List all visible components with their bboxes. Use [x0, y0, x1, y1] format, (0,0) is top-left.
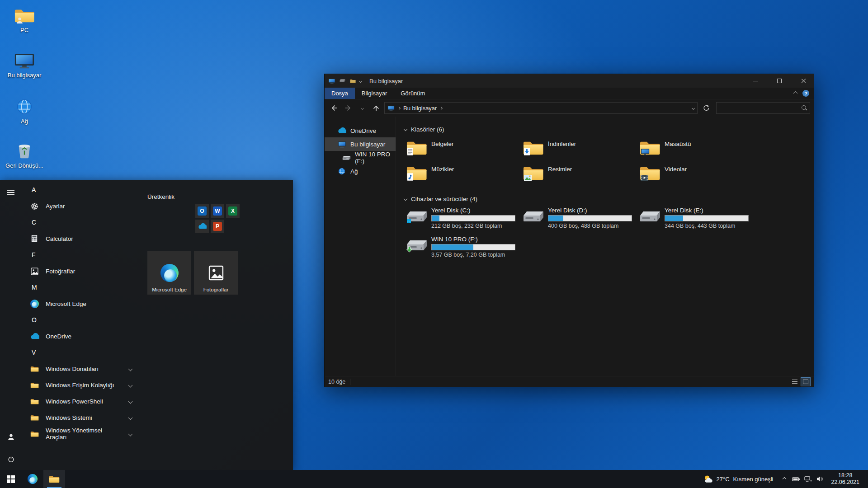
- app-list-letter[interactable]: A: [22, 182, 147, 198]
- tray-overflow-chevron-icon[interactable]: [778, 470, 790, 488]
- folder-item-music[interactable]: Müzikler: [406, 164, 523, 189]
- minimize-button[interactable]: [745, 74, 766, 88]
- windows-logo-icon: [7, 475, 15, 483]
- address-dropdown-icon[interactable]: [692, 106, 695, 109]
- sidebar-item-network[interactable]: Ağ: [325, 164, 396, 178]
- app-item-onedrive[interactable]: OneDrive: [22, 328, 147, 344]
- tile-photos[interactable]: Fotoğraflar: [194, 251, 238, 295]
- collapse-group-icon[interactable]: [404, 127, 407, 131]
- app-folder-windows-powershell[interactable]: Windows PowerShell: [22, 393, 147, 409]
- details-view-icon[interactable]: [790, 378, 799, 386]
- refresh-button[interactable]: [700, 102, 712, 114]
- group-header-folders[interactable]: Klasörler (6): [404, 124, 814, 135]
- desktop-icon-label: Geri Dönüşü...: [5, 162, 43, 169]
- network-icon[interactable]: [802, 470, 814, 488]
- window-title: Bu bilgisayar: [369, 78, 403, 84]
- back-button[interactable]: [328, 102, 340, 114]
- folder-item-desktop[interactable]: Masaüstü: [639, 138, 756, 164]
- quick-access-properties-icon[interactable]: [339, 77, 346, 84]
- start-button[interactable]: [0, 470, 22, 488]
- app-item-edge[interactable]: Microsoft Edge: [22, 296, 147, 312]
- close-button[interactable]: [793, 74, 814, 88]
- app-list-letter[interactable]: M: [22, 279, 147, 296]
- app-folder-windows-accessories[interactable]: Windows Donatıları: [22, 361, 147, 377]
- desktop-icon-network[interactable]: Ağ: [4, 97, 45, 125]
- breadcrumb[interactable]: Bu bilgisayar: [403, 105, 437, 112]
- tile-powerpoint[interactable]: P: [211, 220, 224, 233]
- title-bar[interactable]: Bu bilgisayar: [325, 74, 814, 88]
- breadcrumb-chevron-icon[interactable]: [397, 106, 401, 109]
- app-item-label: Windows PowerShell: [46, 398, 103, 405]
- breadcrumb-chevron-icon[interactable]: [439, 106, 443, 109]
- taskbar-explorer-button[interactable]: [43, 470, 65, 488]
- drive-item-d[interactable]: Yerel Disk (D:) 400 GB boş, 488 GB topla…: [523, 207, 639, 236]
- taskbar-weather-button[interactable]: 27°C Kısmen güneşli: [698, 470, 779, 488]
- folder-icon: [523, 139, 544, 156]
- folder-item-documents[interactable]: Belgeler: [406, 138, 523, 164]
- quick-access-newfolder-icon[interactable]: [349, 77, 356, 84]
- maximize-button[interactable]: [769, 74, 790, 88]
- up-button[interactable]: [370, 102, 382, 114]
- tile-word[interactable]: W: [211, 204, 224, 218]
- app-folder-windows-admin-tools[interactable]: Windows Yönetimsel Araçları: [22, 426, 147, 442]
- taskbar-edge-button[interactable]: [22, 470, 43, 488]
- volume-icon[interactable]: [814, 470, 826, 488]
- app-list-letter[interactable]: F: [22, 247, 147, 263]
- help-icon[interactable]: [802, 90, 809, 97]
- sidebar-item-label: WIN 10 PRO (F:): [355, 151, 396, 164]
- forward-button[interactable]: [342, 102, 354, 114]
- menu-view[interactable]: Görünüm: [394, 88, 432, 99]
- recent-locations-icon[interactable]: [356, 102, 368, 114]
- expand-chevron-icon[interactable]: [128, 415, 133, 420]
- app-item-calculator[interactable]: Calculator: [22, 230, 147, 247]
- tile-outlook[interactable]: O: [195, 204, 209, 218]
- drive-item-f[interactable]: WIN 10 PRO (F:) 3,57 GB boş, 7,20 GB top…: [406, 236, 523, 265]
- tile-microsoft-edge[interactable]: Microsoft Edge: [147, 251, 191, 295]
- desktop-icon-user-folder[interactable]: PC: [4, 5, 45, 33]
- menu-file[interactable]: Dosya: [325, 88, 355, 99]
- app-folder-windows-system[interactable]: Windows Sistemi: [22, 409, 147, 426]
- ribbon-collapse-icon[interactable]: [793, 91, 798, 96]
- folder-item-pictures[interactable]: Resimler: [523, 164, 639, 189]
- app-list-letter[interactable]: V: [22, 344, 147, 361]
- folder-item-videos[interactable]: Videolar: [639, 164, 756, 189]
- app-item-settings[interactable]: Ayarlar: [22, 198, 147, 214]
- desktop-icon-this-pc[interactable]: Bu bilgisayar: [4, 51, 45, 79]
- quick-access-customize-icon[interactable]: [359, 79, 362, 82]
- large-icons-view-icon[interactable]: [801, 378, 810, 386]
- drive-item-e[interactable]: Yerel Disk (E:) 344 GB boş, 443 GB topla…: [639, 207, 756, 236]
- folder-item-downloads[interactable]: İndirilenler: [523, 138, 639, 164]
- collapse-group-icon[interactable]: [404, 197, 407, 201]
- expand-chevron-icon[interactable]: [128, 366, 133, 371]
- power-icon[interactable]: [5, 454, 16, 465]
- drive-item-c[interactable]: Yerel Disk (C:) 212 GB boş, 232 GB topla…: [406, 207, 523, 236]
- tile-excel[interactable]: X: [226, 204, 240, 218]
- battery-icon[interactable]: [790, 470, 802, 488]
- sidebar-item-win10pro[interactable]: WIN 10 PRO (F:): [325, 151, 396, 164]
- app-list-letter[interactable]: C: [22, 214, 147, 230]
- search-input[interactable]: [719, 105, 802, 111]
- sidebar-item-this-pc[interactable]: Bu bilgisayar: [325, 137, 396, 151]
- app-list-letter[interactable]: O: [22, 312, 147, 328]
- user-account-icon[interactable]: [5, 431, 16, 442]
- search-icon[interactable]: [802, 105, 807, 111]
- taskbar-clock[interactable]: 18:28 22.06.2021: [826, 470, 865, 488]
- computer-icon: [337, 140, 346, 148]
- sidebar-item-onedrive[interactable]: OneDrive: [325, 124, 396, 137]
- desktop-icon-recycle-bin[interactable]: Geri Dönüşü...: [4, 141, 45, 169]
- tile-onedrive[interactable]: [195, 220, 209, 233]
- menu-computer[interactable]: Bilgisayar: [355, 88, 394, 99]
- expand-chevron-icon[interactable]: [128, 383, 133, 387]
- group-header-drives[interactable]: Cihazlar ve sürücüler (4): [404, 193, 814, 204]
- app-item-photos[interactable]: Fotoğraflar: [22, 263, 147, 279]
- tile-group-title[interactable]: Üretkenlik: [147, 193, 293, 200]
- capacity-text: 212 GB boş, 232 GB toplam: [431, 223, 515, 229]
- folder-icon: [29, 412, 40, 423]
- hamburger-menu-icon[interactable]: [5, 187, 16, 198]
- app-folder-windows-ease-of-access[interactable]: Windows Erişim Kolaylığı: [22, 377, 147, 393]
- photos-icon: [208, 265, 224, 281]
- address-bar[interactable]: Bu bilgisayar: [384, 102, 698, 114]
- expand-chevron-icon[interactable]: [128, 432, 133, 436]
- show-desktop-button[interactable]: [865, 470, 868, 488]
- expand-chevron-icon[interactable]: [128, 399, 133, 404]
